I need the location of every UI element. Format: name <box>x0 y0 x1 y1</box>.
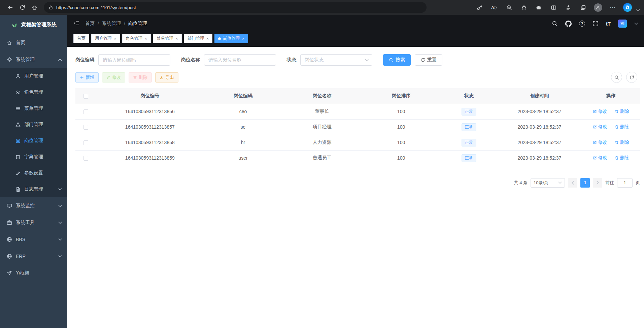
status-select[interactable]: 岗位状态 <box>300 54 372 66</box>
goto-page-input[interactable] <box>617 178 633 188</box>
refresh-table-button[interactable] <box>626 72 637 83</box>
breadcrumb-system[interactable]: 系统管理 <box>102 21 121 27</box>
sidebar-item-bbs[interactable]: BBS <box>0 231 67 248</box>
close-icon[interactable]: × <box>114 36 116 41</box>
post-sort-cell: 100 <box>362 119 441 135</box>
row-checkbox[interactable] <box>83 109 88 114</box>
sidebar-item-yi-framework[interactable]: Yi框架 <box>0 265 67 282</box>
row-delete-link[interactable]: 删除 <box>615 155 629 161</box>
row-delete-link[interactable]: 删除 <box>615 108 629 114</box>
fullscreen-icon[interactable] <box>592 21 599 27</box>
row-checkbox[interactable] <box>83 156 88 161</box>
chevron-down-icon[interactable] <box>636 9 640 11</box>
refresh-icon[interactable] <box>16 2 28 13</box>
search-icon[interactable] <box>552 21 558 27</box>
sidebar-item-logs[interactable]: 日志管理 <box>0 181 67 197</box>
sidebar-item-parameters[interactable]: 参数设置 <box>0 165 67 181</box>
sidebar-item-users[interactable]: 用户管理 <box>0 68 67 84</box>
sidebar-item-roles[interactable]: 角色管理 <box>0 84 67 100</box>
sidebar-item-system[interactable]: 系统管理 <box>0 51 67 68</box>
split-screen-icon[interactable] <box>547 2 560 13</box>
font-size-icon[interactable]: tT <box>606 21 611 27</box>
table-row: 1641030593112313857 se 项目经理 100 正常 2023-… <box>75 119 640 135</box>
breadcrumb-home[interactable]: 首页 <box>85 21 95 27</box>
close-icon[interactable]: × <box>242 36 244 41</box>
show-search-button[interactable] <box>611 72 622 83</box>
chevron-right-icon <box>597 181 599 185</box>
post-code-cell: hr <box>204 135 283 150</box>
help-icon[interactable]: ? <box>579 21 585 27</box>
zoom-out-icon[interactable] <box>503 2 515 13</box>
page-number-1[interactable]: 1 <box>580 178 590 188</box>
favorites-icon[interactable] <box>562 2 574 13</box>
sidebar-item-home[interactable]: 首页 <box>0 34 67 51</box>
monitor-icon <box>7 203 12 208</box>
tab-posts[interactable]: 岗位管理 × <box>214 34 248 43</box>
password-key-icon[interactable] <box>473 2 485 13</box>
post-name-cell: 普通员工 <box>282 150 362 166</box>
address-bar[interactable]: https://ccnetcore.com:1101/system/post <box>44 2 427 13</box>
prev-page-button[interactable] <box>568 178 577 188</box>
post-sort-cell: 100 <box>362 150 441 166</box>
sidebar-item-menus[interactable]: 菜单管理 <box>0 100 67 117</box>
row-checkbox[interactable] <box>83 125 88 130</box>
refresh-icon <box>630 75 634 80</box>
profile-avatar[interactable] <box>592 2 604 13</box>
table-toolbar: 新增 修改 删除 导出 <box>75 72 640 83</box>
app-logo[interactable]: 意框架管理系统 <box>0 15 67 34</box>
page-size-select[interactable]: 10条/页 <box>531 178 565 188</box>
sidebar-item-dictionary[interactable]: 字典管理 <box>0 149 67 165</box>
close-icon[interactable]: × <box>175 36 178 41</box>
sidebar-item-monitoring[interactable]: 系统监控 <box>0 197 67 214</box>
chevron-down-icon[interactable] <box>634 23 638 25</box>
row-edit-link[interactable]: 修改 <box>593 155 607 161</box>
col-post-sort: 岗位排序 <box>362 88 441 104</box>
tab-users[interactable]: 用户管理 × <box>91 34 120 43</box>
delete-button[interactable]: 删除 <box>129 72 152 83</box>
copilot-bing-icon[interactable]: b <box>621 2 634 13</box>
reset-button[interactable]: 重置 <box>415 54 442 66</box>
post-code-input[interactable] <box>98 54 170 66</box>
collections-icon[interactable] <box>577 2 589 13</box>
tab-roles[interactable]: 角色管理 × <box>122 34 151 43</box>
row-edit-link[interactable]: 修改 <box>593 124 607 130</box>
tab-departments[interactable]: 部门管理 × <box>184 34 213 43</box>
row-checkbox[interactable] <box>83 140 88 145</box>
favorites-add-icon[interactable] <box>518 2 530 13</box>
edit-pencil-icon <box>593 140 597 144</box>
row-delete-link[interactable]: 删除 <box>615 124 629 130</box>
system-submenu: 用户管理 角色管理 菜单管理 部门管理 岗位管理 <box>0 68 67 197</box>
user-logo-icon[interactable]: Yi <box>618 20 627 28</box>
row-edit-link[interactable]: 修改 <box>593 108 607 114</box>
close-icon[interactable]: × <box>206 36 209 41</box>
tab-menus[interactable]: 菜单管理 × <box>153 34 182 43</box>
tab-home[interactable]: 首页 <box>73 34 89 43</box>
select-all-checkbox[interactable] <box>83 94 88 99</box>
read-aloud-icon[interactable]: A <box>488 2 500 13</box>
sidebar-collapse-icon[interactable] <box>73 20 80 27</box>
post-name-input[interactable] <box>204 54 276 66</box>
sidebar-item-posts[interactable]: 岗位管理 <box>0 133 67 149</box>
post-code-label: 岗位编码 <box>75 57 94 63</box>
search-button[interactable]: 搜索 <box>383 54 411 66</box>
extensions-icon[interactable] <box>533 2 545 13</box>
sidebar-item-erp[interactable]: ERP <box>0 248 67 265</box>
row-delete-link[interactable]: 删除 <box>615 139 629 145</box>
sidebar-item-tools[interactable]: 系统工具 <box>0 214 67 231</box>
github-icon[interactable] <box>565 21 572 27</box>
row-edit-link[interactable]: 修改 <box>593 139 607 145</box>
home-icon[interactable] <box>28 2 40 13</box>
chevron-down-icon <box>58 238 62 241</box>
plus-icon <box>80 75 84 79</box>
next-page-button[interactable] <box>593 178 602 188</box>
edit-button[interactable]: 修改 <box>102 72 125 83</box>
more-options-icon[interactable]: ⋯ <box>607 2 619 13</box>
close-icon[interactable]: × <box>145 36 147 41</box>
main-area: 首页 / 系统管理 / 岗位管理 ? <box>67 15 644 328</box>
export-button[interactable]: 导出 <box>155 72 178 83</box>
table-row: 1641030593112313859 user 普通员工 100 正常 202… <box>75 150 640 166</box>
back-icon[interactable] <box>4 2 16 13</box>
chevron-down-icon <box>365 59 369 61</box>
sidebar-item-departments[interactable]: 部门管理 <box>0 117 67 133</box>
add-button[interactable]: 新增 <box>75 72 99 83</box>
